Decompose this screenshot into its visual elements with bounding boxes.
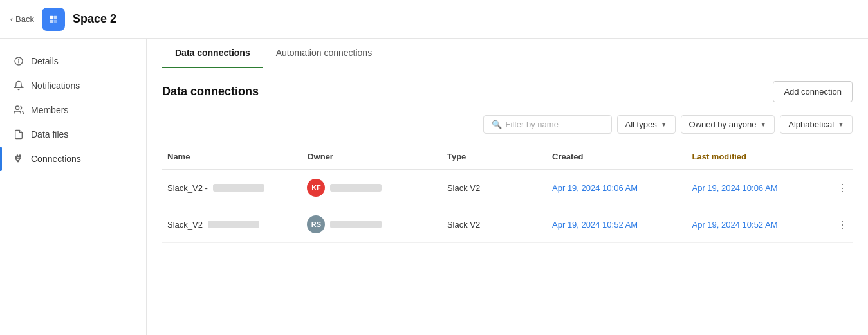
sidebar-item-data-files[interactable]: Data files	[0, 122, 146, 147]
sidebar-item-members[interactable]: Members	[0, 98, 146, 122]
row2-avatar: RS	[307, 215, 325, 233]
back-label: Back	[15, 14, 34, 24]
row1-avatar: KF	[307, 179, 325, 197]
add-connection-button[interactable]: Add connection	[773, 81, 853, 102]
content-area: Data connections Add connection 🔍 All ty…	[147, 68, 868, 335]
users-icon	[13, 104, 24, 116]
row2-name: Slack_V2	[167, 220, 203, 230]
col-header-last-modified: Last modified	[687, 149, 827, 164]
col-header-actions	[827, 149, 853, 164]
file-icon	[13, 129, 24, 140]
type-filter-chevron-icon: ▼	[661, 121, 667, 128]
content: Data connections Automation connections …	[147, 39, 868, 335]
cell-name-row2: Slack_V2	[162, 217, 302, 232]
svg-rect-2	[50, 19, 53, 23]
connections-table: Name Owner Type Created Last modified Sl…	[162, 144, 853, 243]
svg-rect-1	[54, 15, 57, 19]
content-header: Data connections Add connection	[162, 81, 853, 102]
sidebar-item-notifications-label: Notifications	[31, 80, 80, 91]
tab-automation-connections[interactable]: Automation connections	[263, 39, 385, 68]
cell-created-row2: Apr 19, 2024 10:52 AM	[547, 217, 687, 232]
row1-name-redacted	[213, 184, 264, 192]
space-logo-icon	[48, 14, 59, 24]
search-icon: 🔍	[492, 120, 502, 129]
filters-row: 🔍 All types ▼ Owned by anyone ▼ Alphabet…	[162, 115, 853, 134]
cell-actions-row2: ⋮	[827, 213, 853, 236]
svg-point-6	[19, 59, 19, 60]
cell-type-row1: Slack V2	[442, 181, 547, 195]
circle-info-icon	[13, 55, 24, 67]
cell-modified-row2: Apr 19, 2024 10:52 AM	[687, 217, 827, 232]
search-input[interactable]	[506, 120, 604, 129]
col-header-owner: Owner	[302, 149, 441, 164]
plug-icon	[13, 153, 24, 165]
row2-owner-name-redacted	[330, 221, 382, 228]
svg-point-7	[15, 106, 19, 109]
table-header: Name Owner Type Created Last modified	[162, 144, 853, 170]
cell-owner-row2: RS	[302, 213, 441, 236]
back-link[interactable]: ‹ Back	[10, 14, 34, 24]
svg-rect-3	[54, 19, 57, 23]
svg-rect-0	[50, 15, 53, 19]
sidebar-item-connections[interactable]: Connections	[0, 147, 146, 171]
content-title: Data connections	[162, 85, 259, 98]
table-row: Slack_V2 - KF Slack V2 Apr 19, 2024 10:0…	[162, 170, 853, 206]
row2-more-button[interactable]: ⋮	[832, 216, 853, 233]
sidebar-item-data-files-label: Data files	[31, 129, 68, 140]
sort-filter-dropdown[interactable]: Alphabetical ▼	[780, 115, 853, 134]
cell-owner-row1: KF	[302, 176, 441, 199]
sidebar-item-notifications[interactable]: Notifications	[0, 73, 146, 98]
type-filter-label: All types	[625, 120, 657, 129]
row1-more-button[interactable]: ⋮	[832, 179, 853, 197]
space-icon	[42, 8, 65, 31]
main-layout: Details Notifications Members Data files	[0, 39, 868, 335]
row2-name-redacted	[208, 221, 259, 228]
space-title: Space 2	[73, 12, 116, 26]
type-filter-dropdown[interactable]: All types ▼	[617, 115, 676, 134]
col-header-created: Created	[547, 149, 687, 164]
back-chevron-icon: ‹	[10, 15, 13, 24]
col-header-type: Type	[442, 149, 547, 164]
sort-filter-label: Alphabetical	[788, 120, 834, 129]
cell-modified-row1: Apr 19, 2024 10:06 AM	[687, 181, 827, 195]
tab-data-connections[interactable]: Data connections	[162, 39, 263, 68]
sidebar: Details Notifications Members Data files	[0, 39, 147, 335]
sidebar-item-connections-label: Connections	[31, 154, 81, 164]
owner-filter-chevron-icon: ▼	[760, 121, 766, 128]
search-filter[interactable]: 🔍	[483, 115, 612, 134]
cell-actions-row1: ⋮	[827, 177, 853, 199]
table-row: Slack_V2 RS Slack V2 Apr 19, 2024 10:52 …	[162, 206, 853, 243]
sidebar-item-details[interactable]: Details	[0, 49, 146, 73]
col-header-name: Name	[162, 149, 302, 164]
top-bar: ‹ Back Space 2	[0, 0, 868, 39]
bell-icon	[13, 80, 24, 91]
owner-filter-label: Owned by anyone	[689, 120, 757, 129]
sidebar-item-members-label: Members	[31, 105, 68, 115]
cell-created-row1: Apr 19, 2024 10:06 AM	[547, 181, 687, 195]
row1-name: Slack_V2 -	[167, 183, 208, 193]
cell-name-row1: Slack_V2 -	[162, 181, 302, 195]
cell-type-row2: Slack V2	[442, 217, 547, 232]
tabs-bar: Data connections Automation connections	[147, 39, 868, 68]
row1-owner-name-redacted	[330, 184, 382, 192]
owner-filter-dropdown[interactable]: Owned by anyone ▼	[681, 115, 775, 134]
sidebar-item-details-label: Details	[31, 56, 59, 66]
sort-filter-chevron-icon: ▼	[838, 121, 844, 128]
